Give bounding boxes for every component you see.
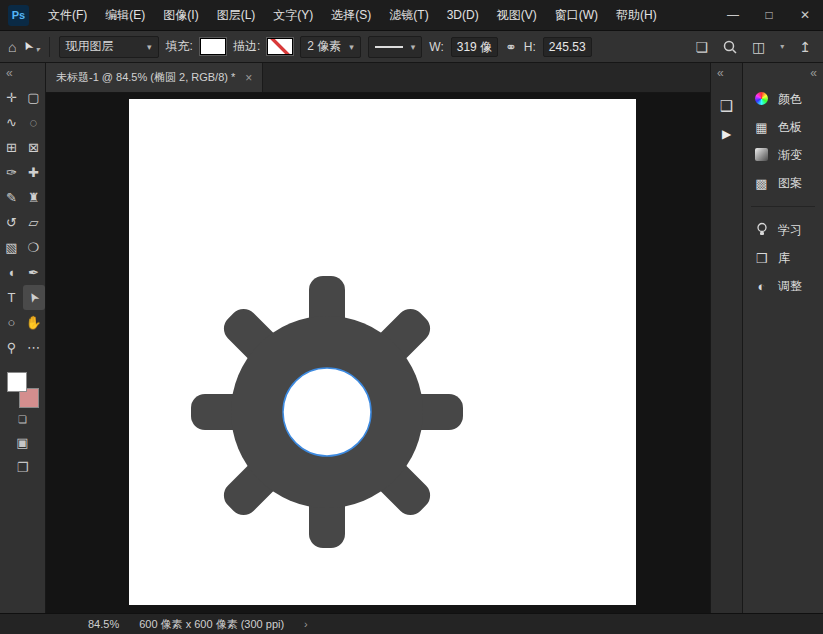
menu-filter[interactable]: 滤镜(T) [380, 0, 437, 30]
document-tab[interactable]: 未标题-1 @ 84.5% (椭圆 2, RGB/8) * × [46, 63, 263, 92]
menu-select[interactable]: 选择(S) [322, 0, 380, 30]
document-area: 未标题-1 @ 84.5% (椭圆 2, RGB/8) * × [46, 63, 710, 613]
toolbar-collapse-button[interactable]: « [0, 63, 45, 85]
dock-expand-button[interactable]: « [711, 63, 742, 85]
lasso-tool[interactable]: ∿ [1, 110, 23, 135]
zoom-tool-icon: ⚲ [7, 341, 17, 354]
zoom-tool[interactable]: ⚲ [1, 335, 23, 360]
workspace-switcher-icon[interactable]: ◫ [752, 40, 765, 54]
chevron-down-icon: ▾ [147, 42, 152, 52]
status-chevron-icon[interactable]: › [304, 618, 308, 630]
panel-item-gradients[interactable]: 渐变 [743, 141, 823, 169]
close-button[interactable]: ✕ [787, 0, 823, 30]
eyedropper-tool[interactable]: ✑ [1, 160, 23, 185]
menu-edit[interactable]: 编辑(E) [96, 0, 154, 30]
separator [751, 206, 815, 207]
pattern-icon: ▩ [754, 177, 769, 190]
menu-layer[interactable]: 图层(L) [208, 0, 265, 30]
more-tools-button[interactable]: ⋯ [23, 335, 45, 360]
crop-tool[interactable]: ⊞ [1, 135, 23, 160]
panel-item-swatches[interactable]: ▦ 色板 [743, 113, 823, 141]
title-bar: Ps 文件(F) 编辑(E) 图像(I) 图层(L) 文字(Y) 选择(S) 滤… [0, 0, 823, 30]
stroke-width-dropdown[interactable]: 2 像素 ▾ [300, 36, 361, 58]
eraser-tool[interactable]: ▱ [23, 210, 45, 235]
clone-stamp-tool[interactable]: ♜ [23, 185, 45, 210]
foreground-color-swatch[interactable] [7, 372, 27, 392]
panel-item-color[interactable]: 颜色 [743, 85, 823, 113]
canvas[interactable] [129, 99, 636, 605]
healing-brush-tool[interactable]: ✚ [23, 160, 45, 185]
menu-image[interactable]: 图像(I) [154, 0, 207, 30]
menu-file[interactable]: 文件(F) [39, 0, 96, 30]
type-tool[interactable]: T [1, 285, 23, 310]
blur-tool[interactable]: ❍ [23, 235, 45, 260]
play-panel-icon[interactable]: ▶ [722, 127, 731, 141]
panel-item-libraries[interactable]: ❒ 库 [743, 244, 823, 272]
menu-type[interactable]: 文字(Y) [264, 0, 322, 30]
toolbar: « ✛ ▢ ∿ ◌ ⊞ ⊠ ✑ ✚ ✎ ♜ ↺ ▱ ▧ ❍ ◖ ✒ T ➤ ○ [0, 63, 46, 613]
path-select-arrow-icon: ➤ [20, 39, 37, 55]
menu-help[interactable]: 帮助(H) [607, 0, 666, 30]
panel-dock: « 颜色 ▦ 色板 渐变 ▩ 图案 [742, 63, 823, 613]
chevron-down-icon[interactable]: ▾ [780, 43, 784, 51]
close-tab-icon[interactable]: × [245, 71, 252, 85]
fill-label: 填充: [166, 38, 193, 55]
menu-3d[interactable]: 3D(D) [438, 0, 488, 30]
brush-tool-icon: ✎ [6, 191, 17, 204]
width-label: W: [429, 40, 443, 54]
document-tab-title: 未标题-1 @ 84.5% (椭圆 2, RGB/8) * [56, 70, 235, 85]
panel-item-patterns[interactable]: ▩ 图案 [743, 169, 823, 197]
menu-window[interactable]: 窗口(W) [546, 0, 607, 30]
hand-tool-icon: ✋ [25, 316, 41, 329]
home-icon[interactable]: ⌂ [8, 40, 16, 54]
lightbulb-icon [754, 222, 769, 238]
separator [49, 37, 50, 57]
maximize-button[interactable]: □ [751, 0, 787, 30]
ellipse-shape-tool[interactable]: ○ [1, 310, 23, 335]
menu-view[interactable]: 视图(V) [488, 0, 546, 30]
link-dimensions-icon[interactable]: ⚭ [505, 40, 517, 54]
fill-swatch[interactable] [200, 38, 226, 55]
healing-brush-tool-icon: ✚ [28, 166, 39, 179]
panel-item-adjustments[interactable]: ◐ 调整 [743, 272, 823, 300]
gradient-tool[interactable]: ▧ [1, 235, 23, 260]
ellipse-selection[interactable] [283, 368, 371, 456]
dock-collapse-button[interactable]: « [743, 63, 823, 85]
minimize-button[interactable]: — [715, 0, 751, 30]
move-tool[interactable]: ✛ [1, 85, 23, 110]
window-controls: — □ ✕ [715, 0, 823, 30]
select-mode-dropdown[interactable]: 现用图层 ▾ [59, 36, 159, 58]
marquee-tool-icon: ▢ [27, 91, 39, 104]
screen-mode-button[interactable]: ❐ [17, 460, 29, 475]
adjustments-icon: ◐ [754, 280, 769, 293]
default-colors-icon[interactable]: ❏ [18, 414, 27, 425]
eraser-tool-icon: ▱ [29, 216, 39, 229]
brush-tool[interactable]: ✎ [1, 185, 23, 210]
frame-tool-icon: ⊠ [28, 141, 39, 154]
path-selection-tool[interactable]: ➤ [23, 285, 45, 310]
width-input[interactable]: 319 像 [451, 37, 498, 57]
stroke-label: 描边: [233, 38, 260, 55]
zoom-level-field[interactable]: 84.5% [88, 618, 119, 630]
object-selection-tool[interactable]: ◌ [23, 110, 45, 135]
stroke-type-dropdown[interactable]: ▾ [368, 36, 423, 58]
tool-preset-button[interactable]: ➤ ▾ [23, 40, 39, 54]
marquee-tool[interactable]: ▢ [23, 85, 45, 110]
panel-item-learn[interactable]: 学习 [743, 216, 823, 244]
arrange-documents-icon[interactable]: ❏ [695, 40, 708, 54]
collapsed-panel-icon[interactable]: ❑ [720, 97, 733, 115]
stroke-swatch[interactable] [267, 38, 293, 55]
tab-bar: 未标题-1 @ 84.5% (椭圆 2, RGB/8) * × [46, 63, 710, 93]
eyedropper-tool-icon: ✑ [6, 166, 17, 179]
dodge-tool[interactable]: ◖ [1, 260, 23, 285]
search-icon[interactable] [723, 40, 737, 54]
share-icon[interactable]: ↥ [799, 40, 811, 54]
history-brush-tool[interactable]: ↺ [1, 210, 23, 235]
quick-mask-button[interactable]: ▣ [16, 435, 28, 450]
pen-tool[interactable]: ✒ [23, 260, 45, 285]
menu-bar: 文件(F) 编辑(E) 图像(I) 图层(L) 文字(Y) 选择(S) 滤镜(T… [39, 0, 666, 30]
frame-tool[interactable]: ⊠ [23, 135, 45, 160]
height-input[interactable]: 245.53 [543, 37, 592, 57]
hand-tool[interactable]: ✋ [23, 310, 45, 335]
canvas-background [46, 93, 710, 613]
